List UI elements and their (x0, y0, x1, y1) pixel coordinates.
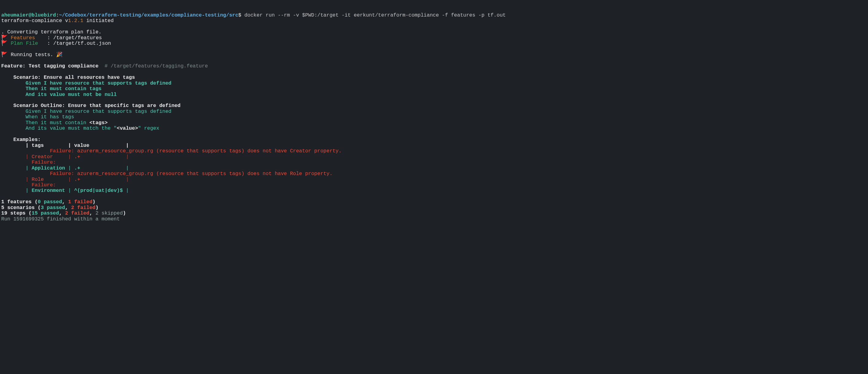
flag-icon: 🚩 (1, 35, 8, 41)
example-row: | Environment | ^(prod|uat|dev)$ | (1, 188, 129, 194)
plan-file-line: 🚩 Plan File : /target/tf.out.json (1, 40, 111, 46)
prompt-line: aheumaier@bluebird:~/Codebox/terraform-t… (1, 12, 506, 18)
step-given: Given I have resource that supports tags… (1, 80, 172, 86)
step-when: When it has tags (1, 114, 74, 120)
summary-scenarios: 5 scenarios (3 passed, 2 failed) (1, 205, 98, 211)
example-row: | Role | .+ | (1, 177, 129, 182)
step-then: Then it must contain <tags> (1, 120, 108, 126)
feature-line: Feature: Test tagging compliance # /targ… (1, 63, 208, 69)
step-given: Given I have resource that supports tags… (1, 108, 172, 114)
party-emoji: 🎉 (56, 52, 63, 58)
failure-short: Failure: (1, 182, 59, 188)
summary-features: 1 features (0 passed, 1 failed) (1, 199, 95, 205)
examples-header: | tags | value | (1, 142, 129, 148)
cwd-path: ~/Codebox/terraform-testing/examples/com… (59, 12, 238, 18)
features-path-line: 🚩 Features : /target/features (1, 35, 102, 41)
dollar-sign: $ (238, 12, 241, 18)
scenario-outline-title: Scenario Outline: Ensure that specific t… (1, 103, 181, 108)
failure-short: Failure: (1, 160, 59, 165)
flag-icon: 🚩 (1, 52, 8, 58)
flag-icon: 🚩 (1, 40, 8, 46)
user-host: aheumaier@bluebird (1, 12, 56, 18)
failure-line: Failure: azurerm_resource_group.rg (reso… (1, 148, 342, 154)
step-then: Then it must contain tags (1, 86, 102, 92)
initiated-line: terraform-compliance v1.2.1 initiated (1, 18, 114, 24)
run-finished: Run 1591699325 finished within a moment (1, 216, 120, 222)
command-text: docker run --rm -v $PWD:/target -it eerk… (241, 12, 505, 18)
example-row: | Application | .+ | (1, 165, 129, 171)
scenario-title: Scenario: Ensure all resources have tags (1, 74, 135, 80)
converting-line: . Converting terraform plan file. (1, 29, 102, 35)
summary-steps: 19 steps (15 passed, 2 failed, 2 skipped… (1, 210, 126, 216)
example-row: | Creator | .+ | (1, 154, 129, 160)
separator: : (56, 12, 59, 18)
examples-title: Examples: (1, 137, 41, 142)
running-tests-line: 🚩 Running tests. 🎉 (1, 52, 63, 58)
step-and: And its value must not be null (1, 92, 117, 98)
step-and: And its value must match the "<value>" r… (1, 125, 159, 131)
terminal[interactable]: aheumaier@bluebird:~/Codebox/terraform-t… (1, 12, 867, 222)
failure-line: Failure: azurerm_resource_group.rg (reso… (1, 171, 332, 177)
